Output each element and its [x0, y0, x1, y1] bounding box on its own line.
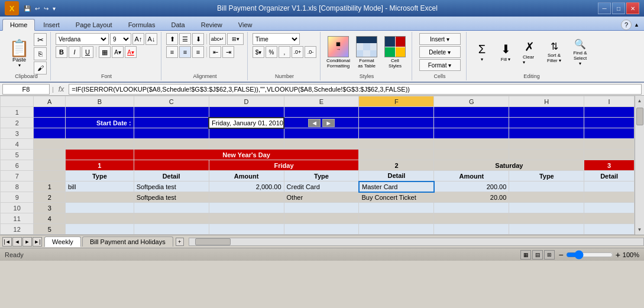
decrease-indent-button[interactable]: ⇤ [209, 46, 221, 58]
fill-button[interactable]: ⬇ Fill ▾ [495, 39, 516, 65]
cell-b10[interactable] [66, 203, 134, 213]
cell-e4[interactable] [284, 139, 359, 150]
sort-filter-button[interactable]: ⇅ Sort &Filter ▾ [542, 38, 566, 66]
cell-i5[interactable] [584, 150, 635, 160]
cell-c3[interactable] [134, 128, 209, 139]
cell-d7[interactable]: Amount [209, 171, 284, 181]
tab-review[interactable]: Review [193, 19, 230, 30]
cell-g6[interactable]: Saturday [434, 160, 584, 171]
cell-e12[interactable] [284, 224, 359, 235]
find-select-button[interactable]: 🔍 Find &Select ▾ [568, 35, 592, 69]
sheet-prev-button[interactable]: ◄ [12, 237, 22, 247]
sheet-last-button[interactable]: ►| [33, 237, 42, 247]
cell-c7[interactable]: Detail [134, 171, 209, 181]
cell-b12[interactable] [66, 224, 134, 235]
cell-f6[interactable]: 2 [359, 160, 434, 171]
scroll-up-button[interactable]: ▲ [636, 97, 643, 105]
cell-g5[interactable] [434, 150, 509, 160]
tab-home[interactable]: Home [2, 19, 35, 31]
cell-c8[interactable]: Softpedia test [134, 181, 209, 192]
cell-d6[interactable]: Friday [209, 160, 359, 171]
cell-f4[interactable] [359, 139, 434, 150]
dropdown-arrow[interactable]: ▾ [51, 4, 57, 13]
tab-data[interactable]: Data [163, 19, 192, 30]
cell-f10[interactable] [359, 203, 434, 213]
italic-button[interactable]: I [69, 46, 80, 58]
cell-i1[interactable] [584, 107, 635, 118]
cell-d9[interactable] [209, 192, 284, 203]
cell-f5[interactable] [359, 150, 434, 160]
font-family-select[interactable]: Verdana [56, 33, 109, 45]
tab-insert[interactable]: Insert [35, 19, 67, 30]
align-top-button[interactable]: ⬆ [166, 33, 178, 45]
cell-i12[interactable] [584, 224, 635, 235]
conditional-formatting-button[interactable]: ▦→ Conditional Formatting [325, 33, 351, 72]
cell-b2[interactable]: Start Date : [66, 118, 134, 128]
cell-e11[interactable] [284, 213, 359, 224]
copy-button[interactable]: ⎘ [34, 47, 47, 60]
col-header-i[interactable]: I [584, 96, 635, 107]
col-header-h[interactable]: H [509, 96, 584, 107]
cell-g4[interactable] [434, 139, 509, 150]
cell-e7[interactable]: Type [284, 171, 359, 181]
cell-d4[interactable] [209, 139, 284, 150]
cell-a7[interactable] [34, 171, 66, 181]
decrease-decimal-button[interactable]: .0- [305, 46, 316, 58]
cell-g10[interactable] [434, 203, 509, 213]
align-bottom-button[interactable]: ⬇ [192, 33, 204, 45]
sheet-tab-bill-payment[interactable]: Bill Payment and Holidays [82, 236, 173, 247]
decrease-font-size-button[interactable]: A↓ [145, 33, 157, 45]
cell-b3[interactable] [66, 128, 134, 139]
cell-a10[interactable]: 3 [34, 203, 66, 213]
align-center-button[interactable]: ≡ [179, 46, 191, 58]
cell-h4[interactable] [509, 139, 584, 150]
cell-b4[interactable] [66, 139, 134, 150]
cell-a8[interactable]: 1 [34, 181, 66, 192]
tab-formulas[interactable]: Formulas [121, 19, 163, 30]
font-size-select[interactable]: 9 [110, 33, 131, 45]
cell-f2[interactable] [359, 118, 434, 128]
cell-g8[interactable]: 200.00 [434, 181, 509, 192]
cell-g2[interactable] [434, 118, 509, 128]
cell-a1[interactable] [34, 107, 66, 118]
undo-button[interactable]: ↩ [34, 4, 41, 13]
cell-h2[interactable] [509, 118, 584, 128]
increase-font-size-button[interactable]: A↑ [132, 33, 144, 45]
align-middle-button[interactable]: ☰ [179, 33, 191, 45]
col-header-e[interactable]: E [284, 96, 359, 107]
cell-c2[interactable] [134, 118, 209, 128]
merge-cells-button[interactable]: ⊞▾ [227, 33, 244, 45]
cell-c9[interactable]: Softpedia test [134, 192, 209, 203]
fill-color-button[interactable]: A▾ [112, 46, 124, 58]
cell-g1[interactable] [434, 107, 509, 118]
cell-f7[interactable]: Detail [359, 171, 434, 181]
bold-button[interactable]: B [56, 46, 67, 58]
cell-h3[interactable] [509, 128, 584, 139]
cell-d12[interactable] [209, 224, 284, 235]
cell-f9[interactable]: Buy Concert Ticket [359, 192, 434, 203]
border-button[interactable]: ▦ [99, 46, 111, 58]
cell-i7[interactable]: Detail [584, 171, 635, 181]
cell-g7[interactable]: Amount [434, 171, 509, 181]
cell-e3[interactable] [284, 128, 359, 139]
cell-styles-button[interactable]: CellStyles [382, 33, 408, 72]
cell-e9[interactable]: Other [284, 192, 359, 203]
save-button[interactable]: 💾 [22, 4, 32, 13]
font-color-button[interactable]: A▾ [125, 46, 137, 58]
number-format-select[interactable]: Time [253, 33, 300, 45]
col-header-g[interactable]: G [434, 96, 509, 107]
help-button[interactable]: ? [621, 20, 632, 30]
increase-decimal-button[interactable]: .0+ [292, 46, 303, 58]
cell-b8[interactable]: bill [66, 181, 134, 192]
formula-input[interactable] [69, 84, 642, 95]
cell-f1[interactable] [359, 107, 434, 118]
currency-button[interactable]: $▾ [253, 46, 264, 58]
normal-view-button[interactable]: ▦ [520, 250, 531, 260]
cell-h10[interactable] [509, 203, 584, 213]
zoom-in-button[interactable]: + [616, 250, 620, 260]
col-header-d[interactable]: D [209, 96, 284, 107]
insert-button[interactable]: Insert ▾ [419, 33, 461, 45]
cell-e8[interactable]: Credit Card [284, 181, 359, 192]
cell-g11[interactable] [434, 213, 509, 224]
comma-button[interactable]: , [279, 46, 290, 58]
